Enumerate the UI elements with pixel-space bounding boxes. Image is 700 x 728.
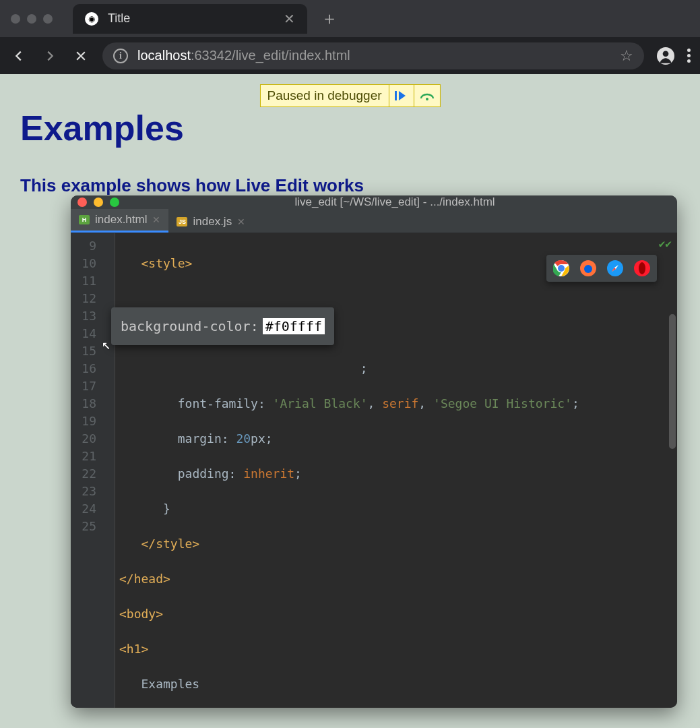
svg-point-3 [426,98,428,100]
page-heading: Examples [20,108,680,148]
back-button[interactable] [9,49,28,63]
banner-text: Paused in debugger [260,88,388,103]
editor-tab-label: index.js [193,215,232,229]
tab-title: Title [108,11,130,26]
editor-tab-index-html[interactable]: H index.html ✕ [71,209,168,233]
line-number-gutter: 9 10 11 12 13 14 15 16 17 18 19 20 21 22… [71,233,103,708]
opera-icon[interactable] [634,260,650,276]
tooltip-label: background-color: [121,318,259,334]
svg-point-10 [639,262,645,274]
close-window-dot[interactable] [11,14,20,24]
html-file-icon: H [79,215,90,224]
editor-hint-tooltip: background-color: #f0ffff [111,307,334,345]
close-editor-tab-icon[interactable]: ✕ [152,214,160,225]
svg-point-5 [558,265,565,272]
new-tab-button[interactable]: ＋ [321,7,338,30]
profile-button[interactable] [656,47,675,65]
page-subheading: This example shows how Live Edit works [20,175,680,196]
ide-close-dot[interactable] [77,198,87,207]
js-file-icon: JS [177,217,187,226]
close-tab-icon[interactable]: ✕ [284,11,295,27]
safari-icon[interactable] [607,260,623,276]
maximize-window-dot[interactable] [43,14,53,24]
ide-minimize-dot[interactable] [94,198,103,207]
svg-rect-2 [395,91,397,100]
minimize-window-dot[interactable] [27,14,36,24]
editor-tab-label: index.html [95,213,147,226]
reload-stop-button[interactable] [71,49,90,63]
inspection-status-icon[interactable]: ✔✔ [659,237,672,250]
svg-point-1 [663,51,669,57]
address-bar[interactable]: i localhost:63342/live_edit/index.html ☆ [102,42,644,69]
chrome-icon[interactable] [553,260,569,276]
ide-editor-tabs: H index.html ✕ JS index.js ✕ [71,209,677,233]
close-editor-tab-icon[interactable]: ✕ [237,216,245,227]
open-in-browser-toolbar [546,255,657,282]
resume-button[interactable] [389,85,414,107]
code-editor[interactable]: 9 10 11 12 13 14 15 16 17 18 19 20 21 22… [71,233,677,708]
bookmark-star-icon[interactable]: ☆ [620,47,633,65]
ide-maximize-dot[interactable] [110,198,119,207]
svg-point-7 [584,265,592,273]
debugger-paused-banner: Paused in debugger [259,84,440,107]
mac-traffic-lights [11,14,53,24]
tooltip-value: #f0ffff [263,318,325,334]
url-text: localhost:63342/live_edit/index.html [137,48,350,63]
fold-gutter[interactable] [103,233,115,708]
site-info-icon[interactable]: i [113,49,128,63]
browser-chrome: ◉ Title ✕ ＋ i localhost:63342/live_edit/… [0,0,700,74]
editor-scrollbar[interactable] [669,314,676,449]
browser-menu-icon[interactable] [687,49,691,63]
browser-tab[interactable]: ◉ Title ✕ [73,4,307,34]
firefox-icon[interactable] [580,260,596,276]
mouse-cursor-icon: ↖ [102,336,110,353]
ide-titlebar: live_edit [~/WS/live_edit] - .../index.h… [71,195,677,209]
forward-button[interactable] [40,49,59,63]
editor-tab-index-js[interactable]: JS index.js ✕ [168,211,253,233]
favicon-icon: ◉ [85,12,98,26]
ide-title-text: live_edit [~/WS/live_edit] - .../index.h… [119,195,670,209]
step-over-button[interactable] [414,85,440,107]
ide-window: live_edit [~/WS/live_edit] - .../index.h… [71,195,677,708]
code-area[interactable]: <style> ure; ; font-family: 'Arial Black… [115,233,677,708]
